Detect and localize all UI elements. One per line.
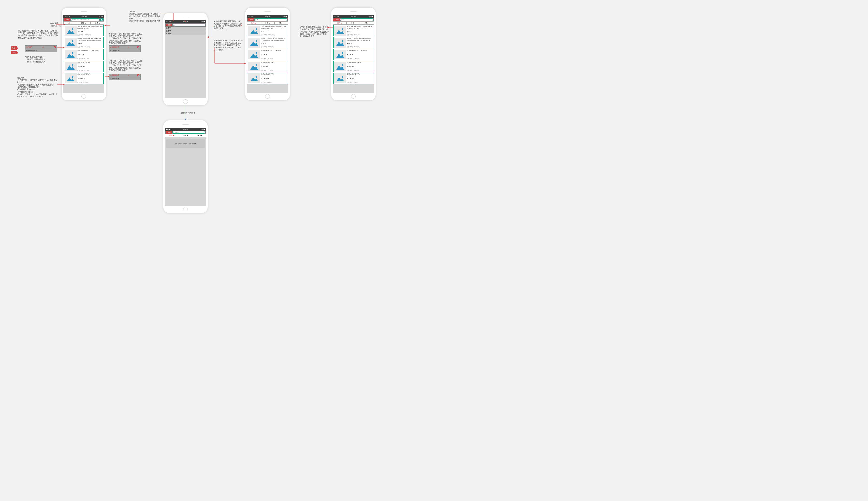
svg-point-23 [342,40,343,42]
note-comprehensive: 点击"综合"弹出下拉框，点击框中选项，选项内容中"字体"、"对勾"变红，下拉框收… [18,30,60,39]
note-back: 点击"返回"， 返回上一页 [42,22,61,27]
product-item[interactable]: 奥迪TT后扰流(S4款)￥2030.00已售16件 11人评论 [64,61,104,72]
svg-point-27 [342,64,343,66]
tag-comments: 评论 [11,51,17,54]
suggest-item[interactable]: 奥迪Q5 [165,30,206,32]
svg-marker-26 [336,65,344,70]
search-input[interactable]: 请输入汽车名称或商品名称 [71,18,100,21]
search-input[interactable]: 奥 [172,23,206,26]
svg-marker-24 [336,54,344,58]
svg-point-19 [255,76,257,77]
product-image [65,26,76,36]
dropdown-opt-high-low-2[interactable]: 从高到低排序☑ [109,74,141,77]
svg-marker-28 [336,77,344,82]
search-input[interactable]: 奥古斯塔 [172,131,206,134]
svg-marker-20 [336,30,344,34]
note-sales-2: 点击"销量"，弹出下拉框(如下显示)，点击其中选项，被选中选项"字体","对勾"… [109,60,142,71]
svg-marker-0 [67,30,74,34]
svg-marker-14 [250,54,258,58]
phone-search-suggest: ●●●●● ☰6:00 PM100% ▮ 返回 奥 综合 销量 价格 奥迪A4 … [163,13,208,106]
dropdown-opt-high-low[interactable]: 从高到低排序☑ [109,45,141,49]
svg-marker-6 [67,65,74,70]
tab-sales[interactable]: 销量 [77,21,91,24]
tab-sales[interactable]: 销量 [347,21,360,24]
phone-car-result: ●●●●● ☰6:00 PM100% ▮ 返回 奥迪TT 综合 销量 价格 26… [245,8,290,100]
tab-price[interactable]: 价格 [274,21,288,24]
svg-marker-22 [336,42,344,46]
svg-point-7 [72,64,73,66]
back-button[interactable]: 返回 [166,131,172,134]
phone-default-list: ●●●●● ☰ 6:00 PM 100% ▮ 返回 请输入汽车名称或商品名称 确… [62,8,106,100]
product-item[interactable]: 奥迪TT电动剪刀门￥15000.00已售2件 2人评论 [64,73,104,84]
tab-sales[interactable]: 销量 [179,134,192,137]
dropdown-opt-low-high-2[interactable]: 从低到高排序 [109,77,141,81]
svg-point-3 [72,40,73,42]
svg-marker-4 [67,54,74,58]
svg-marker-16 [250,65,258,70]
tab-price[interactable]: 价格 [91,21,104,24]
note-search: 搜索框： 搜索默认初始状态(如图)，点击搜索框，出现光标，初始提示语和搜索图标隐… [129,10,160,22]
svg-point-11 [255,29,257,30]
back-button[interactable]: 返回 [166,23,172,26]
sales-dropdown-2: 从高到低排序☑ 从低到高排序 [109,74,141,81]
svg-point-21 [342,29,343,30]
tag-comprehensive: 综合 [11,46,17,50]
back-button[interactable]: 返回 [64,18,70,21]
dropdown-opt-comments[interactable]: 评论数从高到低 [25,49,57,52]
note-list: 商品列表： -包含商品图片，商品简介，商品价格，已售件数，评论数。 -商品简介中… [17,76,59,98]
note-sales: 点击"销量"，弹出下拉框(如下显示)，点击其中选项，被选中选项"字体","对勾"… [109,33,142,44]
suggestion-list: 奥迪A4 奥迪Q5 奥迪TT [165,26,206,35]
svg-marker-10 [250,30,258,34]
status-bar: ●●●●● ☰ 6:00 PM 100% ▮ [63,15,104,18]
svg-marker-18 [250,77,258,82]
tab-comprehensive[interactable]: 综合 [333,21,347,24]
product-list[interactable]: 26度 汽车摆件内饰品太阳花摇头车饰 颜色随机(单个装)￥19.90已售560件… [63,25,104,84]
confirm-button[interactable]: 确认 [100,18,104,21]
svg-point-13 [255,40,257,42]
svg-marker-2 [67,42,74,46]
svg-point-1 [72,29,73,30]
product-item[interactable]: 奥迪TT中网改造（三色双杠款）￥770.00已售35件 30人评论 [64,49,104,60]
svg-marker-12 [250,42,258,46]
search-icon [72,19,73,20]
note-part: 从"配件类型选择"页面点击子类目进入"商品列表"页面时，搜索框中，默认输入前一页… [300,26,328,38]
note-car-select: 从"汽车类型选择"页面选择好汽车进入"商品列表"页面时，搜索框中，默认输入前一页… [214,20,243,30]
back-button[interactable]: 返回 [334,18,340,21]
svg-point-5 [72,52,73,54]
tab-price[interactable]: 价格 [360,21,374,24]
nav-bar: 返回 请输入汽车名称或商品名称 确认 [63,18,104,21]
dropdown-opt-low-high[interactable]: 从低到高排序 [109,49,141,52]
product-item[interactable]: 26度 汽车摆件内饰品太阳花摇头车饰 颜色随机(单个装)￥19.90已售560件… [64,25,104,36]
svg-point-15 [255,52,257,54]
search-input[interactable]: 轮毂 [340,18,373,21]
empty-message: 没有搜到相关内容，请重新搜索 [166,139,205,148]
tab-comprehensive[interactable]: 综合 [63,21,77,24]
product-item[interactable]: 安美时 太阳能 汽车摆件招财猫可爱车内饰品招财宝平安创意摆件玩偶￥49.90已售… [64,37,104,48]
search-input[interactable]: 奥迪TT [254,18,287,21]
sales-dropdown-1: 从高到低排序☑ 从低到高排序 [109,45,141,52]
dropdown-opt-comprehensive[interactable]: 综合排序☑ [25,45,57,49]
svg-point-9 [72,76,73,77]
tab-price[interactable]: 价格 [192,134,206,137]
svg-point-29 [342,76,343,77]
suggest-item[interactable]: 奥迪A4 [165,26,206,30]
clock: 6:00 PM [82,16,87,17]
note-sort-rule: "综合排序"的排序规则： 一级排序：销量由高到低 二级排序：价格由低到高 [25,56,59,63]
tab-sales[interactable]: 销量 [261,21,274,24]
note-fuzzy: 搜索框输入文字时，为模糊搜索，弹出下拉框，下拉框中选项，点击选中，则直接输入搜索… [214,39,243,51]
svg-point-17 [255,64,257,66]
tab-comprehensive[interactable]: 综合 [247,21,261,24]
suggest-item[interactable]: 奥迪TT [165,32,206,35]
svg-point-25 [342,52,343,54]
phone-part-result: ●●●●● ☰6:00 PM100% ▮ 返回 轮毂 综合 销量 价格 26度 … [331,8,376,100]
battery: 100% ▮ [99,16,103,17]
back-button[interactable]: 返回 [248,18,254,21]
wireframe-canvas: ●●●●● ☰ 6:00 PM 100% ▮ 返回 请输入汽车名称或商品名称 确… [0,0,388,243]
svg-marker-8 [67,77,74,82]
comprehensive-dropdown: 综合排序☑ 评论数从高到低 [25,45,57,52]
tab-comprehensive[interactable]: 综合 [165,134,179,137]
phone-no-result: ●●●●● ☰6:00 PM100% ▮ 返回 奥古斯塔 综合 销量 价格 没有… [163,120,208,213]
carrier: ●●●●● ☰ [64,16,70,17]
note-no-result: 当搜索不到商品时 [178,112,197,114]
